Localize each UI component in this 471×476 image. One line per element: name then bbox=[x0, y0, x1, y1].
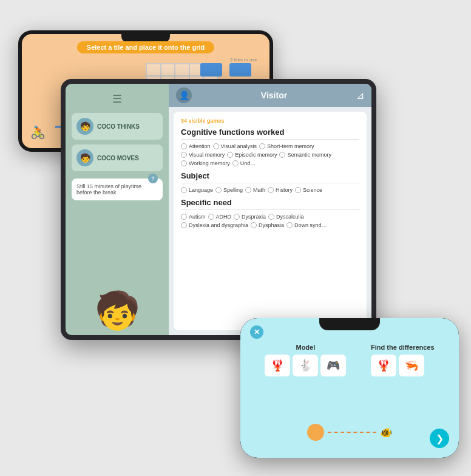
model-card-3: 🎮 bbox=[320, 355, 346, 376]
diff-card-1: 🦞 bbox=[371, 355, 396, 376]
phone-bottom-notch bbox=[319, 318, 380, 330]
coco-thinks-label: COCO THINKS bbox=[97, 123, 140, 130]
fish-ball bbox=[307, 424, 324, 441]
radio-history[interactable] bbox=[268, 187, 274, 193]
biker-character: 🚴 bbox=[30, 125, 46, 140]
tile-item[interactable] bbox=[200, 63, 222, 76]
topbar: 👤 Visitor ⊿ bbox=[169, 84, 371, 107]
help-text: Still 15 minutes of playtime before the … bbox=[76, 183, 141, 195]
tablet-screen: ☰ 🧒 COCO THINKS 🧒 COCO MOVES ? Still 15 … bbox=[66, 84, 371, 335]
tiles-label: 2 tiles to use bbox=[230, 57, 257, 63]
cognitive-section-title: Cognitive functions worked bbox=[181, 127, 359, 140]
grid-cell[interactable] bbox=[175, 64, 189, 76]
radio-language[interactable] bbox=[181, 187, 187, 193]
hamburger-icon[interactable]: ☰ bbox=[112, 92, 122, 106]
option-spelling[interactable]: Spelling bbox=[215, 187, 243, 193]
option-dyslexia[interactable]: Dyslexia and dysgraphia bbox=[181, 222, 248, 228]
phone-bottom-screen: ✕ Model 🦞 🐇 🎮 Find the differences 🦞 🦐 bbox=[240, 318, 459, 458]
radio-dyscalculia[interactable] bbox=[268, 214, 274, 220]
option-science[interactable]: Science bbox=[295, 187, 322, 193]
tile-item[interactable] bbox=[229, 63, 251, 76]
radio-dysphasia[interactable] bbox=[251, 222, 257, 228]
model-title: Model bbox=[265, 344, 346, 351]
find-differences-title: Find the differences bbox=[371, 344, 435, 351]
model-section: Model 🦞 🐇 🎮 bbox=[265, 344, 346, 376]
option-adhd[interactable]: ADHD bbox=[208, 214, 232, 220]
option-episodic-memory[interactable]: Episodic memory bbox=[227, 152, 277, 158]
radio-autism[interactable] bbox=[181, 214, 187, 220]
visible-games-count: 34 visible games bbox=[181, 118, 359, 124]
character-illustration: 🧒 bbox=[72, 293, 163, 329]
option-autism[interactable]: Autism bbox=[181, 214, 206, 220]
subject-options: Language Spelling Math History Science bbox=[181, 187, 359, 193]
option-attention[interactable]: Attention bbox=[181, 143, 211, 149]
filter-panel: 34 visible games Cognitive functions wor… bbox=[174, 112, 367, 330]
option-understanding[interactable]: Und… bbox=[232, 160, 256, 166]
close-icon: ✕ bbox=[254, 328, 260, 336]
tablet: ☰ 🧒 COCO THINKS 🧒 COCO MOVES ? Still 15 … bbox=[61, 79, 376, 340]
dotted-line bbox=[328, 432, 376, 433]
radio-math[interactable] bbox=[245, 187, 251, 193]
diff-card-2: 🦐 bbox=[399, 355, 424, 376]
model-card-2: 🐇 bbox=[293, 355, 318, 376]
coco-moves-avatar: 🧒 bbox=[76, 149, 93, 166]
radio-short-term[interactable] bbox=[259, 143, 265, 149]
radio-visual-memory[interactable] bbox=[181, 152, 187, 158]
radio-understanding[interactable] bbox=[232, 160, 239, 166]
scene: Select a tile and place it onto the grid… bbox=[0, 0, 471, 476]
sidebar-item-coco-moves[interactable]: 🧒 COCO MOVES bbox=[72, 144, 163, 171]
option-visual-memory[interactable]: Visual memory bbox=[181, 152, 225, 158]
radio-attention[interactable] bbox=[181, 143, 187, 149]
radio-dyslexia[interactable] bbox=[181, 222, 187, 228]
radio-semantic[interactable] bbox=[279, 152, 285, 158]
model-card-1: 🦞 bbox=[265, 355, 290, 376]
model-cards: 🦞 🐇 🎮 bbox=[265, 355, 346, 376]
option-language[interactable]: Language bbox=[181, 187, 213, 193]
option-working-memory[interactable]: Working memory bbox=[181, 160, 230, 166]
radio-episodic[interactable] bbox=[227, 152, 233, 158]
next-button[interactable]: ❯ bbox=[430, 429, 449, 448]
sidebar-header: ☰ bbox=[72, 90, 163, 108]
topbar-title: Visitor bbox=[261, 90, 287, 100]
option-history[interactable]: History bbox=[268, 187, 293, 193]
option-down[interactable]: Down synd… bbox=[286, 222, 327, 228]
tablet-sidebar: ☰ 🧒 COCO THINKS 🧒 COCO MOVES ? Still 15 … bbox=[66, 84, 169, 335]
grid-cell[interactable] bbox=[146, 64, 161, 76]
coco-thinks-avatar: 🧒 bbox=[76, 118, 93, 135]
filter-icon[interactable]: ⊿ bbox=[356, 90, 364, 101]
cognitive-options: Attention Visual analysis Short-term mem… bbox=[181, 143, 359, 166]
tile-tray bbox=[200, 63, 251, 76]
option-short-term-memory[interactable]: Short-term memory bbox=[259, 143, 314, 149]
specific-need-options: Autism ADHD Dyspraxia Dyscalculia Dyslex… bbox=[181, 214, 359, 228]
radio-science[interactable] bbox=[295, 187, 301, 193]
option-math[interactable]: Math bbox=[245, 187, 265, 193]
option-semantic-memory[interactable]: Semantic memory bbox=[279, 152, 331, 158]
radio-visual-analysis[interactable] bbox=[213, 143, 219, 149]
radio-dyspraxia[interactable] bbox=[234, 214, 240, 220]
option-dyspraxia[interactable]: Dyspraxia bbox=[234, 214, 266, 220]
option-visual-analysis[interactable]: Visual analysis bbox=[213, 143, 257, 149]
subject-section-title: Subject bbox=[181, 171, 359, 183]
radio-down[interactable] bbox=[286, 222, 293, 228]
help-icon: ? bbox=[148, 174, 158, 183]
sidebar-help-bubble: ? Still 15 minutes of playtime before th… bbox=[72, 178, 163, 200]
coco-moves-label: COCO MOVES bbox=[97, 155, 139, 162]
option-dysphasia[interactable]: Dysphasia bbox=[251, 222, 284, 228]
difference-cards: 🦞 🦐 bbox=[371, 355, 435, 376]
radio-working[interactable] bbox=[181, 160, 187, 166]
grid-cell[interactable] bbox=[161, 64, 175, 76]
phone-top-banner: Select a tile and place it onto the grid bbox=[77, 41, 214, 53]
find-differences-section: Find the differences 🦞 🦐 bbox=[371, 344, 435, 376]
option-dyscalculia[interactable]: Dyscalculia bbox=[268, 214, 304, 220]
fish-icon: 🐠 bbox=[380, 427, 392, 438]
sidebar-item-coco-thinks[interactable]: 🧒 COCO THINKS bbox=[72, 113, 163, 140]
close-button[interactable]: ✕ bbox=[250, 325, 263, 339]
specific-need-section-title: Specific need bbox=[181, 198, 359, 210]
fish-area: 🐠 bbox=[240, 424, 459, 441]
radio-spelling[interactable] bbox=[215, 187, 222, 193]
topbar-avatar: 👤 bbox=[176, 87, 192, 103]
radio-adhd[interactable] bbox=[208, 214, 214, 220]
game-sections: Model 🦞 🐇 🎮 Find the differences 🦞 🦐 bbox=[240, 344, 459, 376]
phone-bottom: ✕ Model 🦞 🐇 🎮 Find the differences 🦞 🦐 bbox=[240, 318, 459, 458]
tablet-main: 👤 Visitor ⊿ 34 visible games Cognitive f… bbox=[169, 84, 371, 335]
